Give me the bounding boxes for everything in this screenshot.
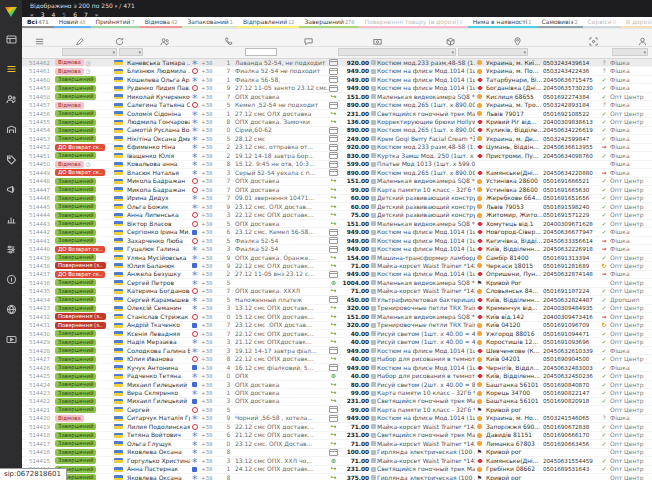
tracking-number[interactable]: 20400309671628 bbox=[543, 220, 600, 228]
tab-status-6[interactable]: Завершений278 bbox=[299, 17, 359, 28]
tracking-number[interactable]: 0501691094471 bbox=[543, 330, 600, 338]
status-pill[interactable]: Відмова bbox=[55, 68, 84, 75]
status-pill[interactable]: Завершений bbox=[55, 305, 96, 312]
tab-status-9[interactable]: Самовивіз2 bbox=[537, 17, 583, 28]
tab-status-1[interactable]: Новий48 bbox=[54, 17, 91, 28]
tracking-number[interactable]: 0503242599847 bbox=[543, 135, 600, 143]
order-row[interactable]: 514439ЗавершенийУляна Мусійовська∗+389ОП… bbox=[22, 254, 652, 262]
tracking-number[interactable]: 0501691665630 bbox=[543, 186, 600, 194]
tab-status-7[interactable]: Повернення товару (в дорозі)0 bbox=[359, 17, 467, 28]
tracking-number[interactable]: 20450632483003 bbox=[543, 364, 600, 372]
status-pill[interactable]: Завершений bbox=[55, 186, 96, 193]
order-row[interactable]: 514416ЗавершенийЯковлева Оксана∗+388100.… bbox=[22, 449, 652, 457]
status-pill[interactable]: Завершений bbox=[55, 339, 96, 346]
status-pill[interactable]: Відмова bbox=[55, 102, 84, 109]
order-row[interactable]: 514460ЗавершенийКошелева Ольга Ар...∗+38… bbox=[22, 76, 652, 84]
order-row[interactable]: 514413ЗавершенийЯковлева Оксана∗+388↪375… bbox=[22, 474, 652, 480]
status-pill[interactable]: Завершений bbox=[55, 406, 96, 413]
tracking-number[interactable]: 0501691571229 bbox=[543, 211, 600, 219]
order-row[interactable]: 514419ЗавершенийЛилия Подолинская+38522.… bbox=[22, 423, 652, 431]
tracking-number[interactable]: 20450636613955 bbox=[543, 143, 600, 151]
status-pill[interactable]: Завершений bbox=[55, 390, 96, 397]
order-row[interactable]: 514418ЗавершенийТетяна Войтович∗+38621.1… bbox=[22, 432, 652, 440]
tab-status-3[interactable]: Відмова42 bbox=[140, 17, 183, 28]
order-row[interactable]: 514414ЗавершенийАнна Пастернак+38124.12 … bbox=[22, 466, 652, 474]
tracking-number[interactable]: 20450636677947 bbox=[543, 228, 600, 236]
filter-text-input[interactable] bbox=[245, 48, 277, 56]
status-pill[interactable]: Завершений bbox=[55, 356, 96, 363]
status-pill[interactable]: Завершений bbox=[55, 288, 96, 295]
tab-status-10[interactable]: Сервіси0 bbox=[583, 17, 621, 28]
status-pill[interactable]: Завершений bbox=[55, 364, 96, 371]
order-row[interactable]: 514445ЗавершенийОльга Божик∗+38923.12 см… bbox=[22, 203, 652, 211]
status-pill[interactable]: Відмова bbox=[55, 415, 84, 422]
order-row[interactable]: 514441ЗавершенийЗахарченко Люба+385Фиалк… bbox=[22, 237, 652, 245]
tracking-number[interactable]: 0503243439614 bbox=[543, 59, 600, 67]
order-row[interactable]: 514448ЗавершенийМикола Бадражан+387ОПХ д… bbox=[22, 178, 652, 186]
filter-dropdown-0[interactable]: ▾ bbox=[62, 48, 117, 56]
tracking-number[interactable]: 0501690663456 bbox=[543, 440, 600, 448]
status-pill[interactable]: Завершений bbox=[55, 423, 96, 430]
tracking-number[interactable]: 20450632874148 bbox=[543, 270, 600, 278]
sidebar-reports-icon[interactable] bbox=[0, 204, 22, 234]
tracking-number[interactable]: 0501692274384 bbox=[543, 93, 600, 101]
order-row[interactable]: 514424ЗавершенийМихаил Гилецький+383ОПХ … bbox=[22, 381, 652, 389]
status-pill[interactable]: ДО Возврат ск.. bbox=[55, 246, 105, 253]
tracking-number[interactable]: 0501690666170 bbox=[543, 431, 600, 439]
status-pill[interactable]: Завершений bbox=[55, 76, 96, 83]
status-pill[interactable]: Повернення (з.. bbox=[55, 313, 106, 320]
status-pill[interactable]: Завершений bbox=[55, 110, 96, 117]
tracking-number[interactable]: 20400309838613 bbox=[543, 118, 600, 126]
order-row[interactable]: 514450Відмова◷Ковальова анна∗+38815.12. … bbox=[22, 161, 652, 169]
order-row[interactable]: 514437ДО Возврат ск..Анжела Безушку∗+382… bbox=[22, 271, 652, 279]
tracking-number[interactable]: 20450634220880 bbox=[543, 169, 600, 177]
order-row[interactable]: 514458ЗавершенийНиколай Кучеренко∗+387ОП… bbox=[22, 93, 652, 101]
sidebar-company-icon[interactable] bbox=[0, 114, 22, 144]
order-row[interactable]: 514433ЗавершенийОлексій Семанин∗+38313.1… bbox=[22, 305, 652, 313]
tab-status-4[interactable]: Запакований1 bbox=[182, 17, 238, 28]
tracking-number[interactable]: 0501691096709 bbox=[543, 321, 600, 329]
status-pill[interactable]: Завершений bbox=[55, 432, 96, 439]
sidebar-contacts-icon[interactable] bbox=[0, 84, 22, 114]
status-pill[interactable]: Завершений bbox=[55, 398, 96, 405]
order-row[interactable]: 514417ЗавершенийОльга Глущук∗+38023.12 с… bbox=[22, 440, 652, 448]
status-pill[interactable]: Повернення (з.. bbox=[55, 262, 106, 269]
status-pill[interactable]: Завершений bbox=[55, 93, 96, 100]
order-row[interactable]: 514453ЗавершенийНікітіна Оксана Дми...∗+… bbox=[22, 135, 652, 143]
filter-dropdown-5[interactable]: ▾ bbox=[612, 48, 648, 56]
order-row[interactable]: 514428ЗавершенийСолодкова Галина В...∗+3… bbox=[22, 347, 652, 355]
order-row[interactable]: 514461Відмова◷Близнюк Людмила ...+387Фиа… bbox=[22, 67, 652, 75]
status-pill[interactable]: Завершений bbox=[55, 212, 96, 219]
sidebar-settings-icon[interactable] bbox=[0, 234, 22, 264]
status-pill[interactable]: Завершений bbox=[55, 195, 96, 202]
tracking-number[interactable]: 20450632226918 bbox=[543, 245, 600, 253]
status-pill[interactable]: Завершений bbox=[55, 135, 96, 142]
tracking-number[interactable]: 0501691666521 bbox=[543, 177, 600, 185]
sidebar-marketing-icon[interactable] bbox=[0, 174, 22, 204]
tracking-number[interactable]: 0501690672838 bbox=[543, 423, 600, 431]
tracking-number[interactable]: 0501691093696 bbox=[543, 338, 600, 346]
filter-dropdown-3[interactable]: ▾ bbox=[338, 48, 456, 56]
status-pill[interactable]: Завершений bbox=[55, 220, 96, 227]
status-pill[interactable]: Завершений bbox=[55, 127, 96, 134]
order-row[interactable]: 514415ЗавершенийГоргулько Христина...∗+3… bbox=[22, 457, 652, 465]
order-row[interactable]: 514454ЗавершенийСамотій Руслана Во...∗+3… bbox=[22, 127, 652, 135]
order-row[interactable]: 514452ДО Возврат ск..Єфименко Ніна∗+3822… bbox=[22, 144, 652, 152]
sidebar-partners-icon[interactable] bbox=[0, 294, 22, 324]
tracking-number[interactable]: 0501691281689 bbox=[543, 262, 600, 270]
order-row[interactable]: 514451ЗавершенийІващенко Юлія∗+38219.12 … bbox=[22, 152, 652, 160]
order-row[interactable]: 514427ЗавершенийЮлия Иванова+38822.12 см… bbox=[22, 355, 652, 363]
order-row[interactable]: 514429ЗавершенийНадія Мерзаєва∗+38321.12… bbox=[22, 338, 652, 346]
status-pill[interactable]: Відмова bbox=[55, 59, 84, 66]
status-pill[interactable]: Завершений bbox=[55, 229, 96, 236]
status-pill[interactable]: Завершений bbox=[55, 254, 96, 261]
tracking-number[interactable]: 20450632610339 bbox=[543, 347, 600, 355]
order-row[interactable]: 514430ЗавершенийКсенія Левадняя+38722.12… bbox=[22, 330, 652, 338]
tracking-number[interactable]: 20450636715475 bbox=[543, 76, 600, 84]
status-pill[interactable]: Завершений bbox=[55, 440, 96, 447]
sidebar-tutorials-icon[interactable] bbox=[0, 324, 22, 354]
tab-status-8[interactable]: Нема в наявності1 bbox=[468, 17, 537, 28]
order-row[interactable]: 514425ЗавершенийРадченко Тетяна∗+380ОПХ⊕… bbox=[22, 372, 652, 380]
order-row[interactable]: 514438Повернення (з..Юлия Баланюк+38922.… bbox=[22, 262, 652, 270]
status-pill[interactable]: Завершений bbox=[55, 373, 96, 380]
